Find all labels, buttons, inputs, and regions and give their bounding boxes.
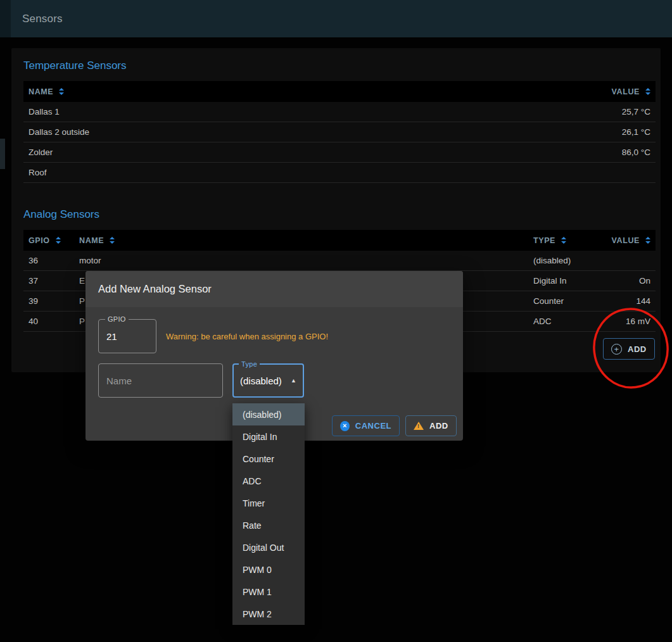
temperature-section-title: Temperature Sensors: [23, 60, 661, 72]
name-field[interactable]: [98, 363, 223, 398]
dropdown-option[interactable]: Counter: [232, 448, 305, 470]
table-row: Zolder 86,0 °C: [23, 142, 656, 163]
column-label: NAME: [79, 236, 104, 245]
gpio-field[interactable]: GPIO: [98, 319, 156, 353]
column-label: VALUE: [612, 87, 640, 96]
page: Sensors Temperature Sensors NAME VALUE D…: [0, 0, 672, 642]
column-label: TYPE: [533, 236, 555, 245]
sort-icon[interactable]: [561, 237, 566, 244]
sensor-type: (disabled): [533, 256, 606, 265]
table-row: Dallas 1 25,7 °C: [23, 102, 656, 122]
sensor-type: Digital In: [533, 276, 606, 286]
type-selected-value: (disabled): [240, 375, 282, 386]
dialog-header: Add New Analog Sensor: [86, 271, 463, 307]
sensor-value: 25,7 °C: [561, 107, 656, 116]
column-label: NAME: [29, 87, 53, 96]
sensor-gpio: 39: [23, 296, 74, 306]
sensor-name: Zolder: [23, 148, 561, 157]
dropdown-option[interactable]: ADC: [232, 470, 305, 492]
column-header-name[interactable]: NAME: [74, 236, 533, 245]
dropdown-option[interactable]: PWM 0: [232, 558, 305, 581]
analog-table-header: GPIO NAME TYPE VALUE: [23, 230, 656, 251]
add-button-label: ADD: [628, 344, 647, 354]
column-label: GPIO: [29, 236, 50, 245]
page-title: Sensors: [22, 0, 63, 37]
sensor-gpio: 40: [23, 317, 74, 326]
cancel-button-label: CANCEL: [355, 421, 391, 431]
table-row: 36 motor (disabled): [23, 251, 656, 271]
sidebar-scroll-indicator: [0, 139, 5, 169]
cancel-button[interactable]: × CANCEL: [332, 415, 400, 436]
sort-icon[interactable]: [110, 237, 115, 244]
sensor-type: ADC: [533, 317, 606, 326]
add-circle-icon: +: [611, 344, 622, 355]
gpio-warning-text: Warning: be careful when assigning a GPI…: [166, 332, 328, 341]
dialog-add-button[interactable]: ADD: [405, 415, 457, 436]
sensor-type: Counter: [533, 296, 606, 306]
column-header-value[interactable]: VALUE: [606, 236, 656, 245]
sidebar-edge: [0, 0, 11, 37]
analog-section-title: Analog Sensors: [23, 208, 661, 221]
sensor-value: On: [606, 276, 656, 286]
add-analog-sensor-button[interactable]: + ADD: [603, 338, 655, 360]
cancel-icon: ×: [340, 421, 350, 431]
dropdown-option[interactable]: Timer: [232, 492, 305, 514]
warning-icon: [414, 422, 424, 430]
sensor-value: 86,0 °C: [561, 148, 656, 157]
sensor-value: 26,1 °C: [561, 127, 656, 137]
dropdown-option[interactable]: PWM 1: [232, 581, 305, 603]
dropdown-option[interactable]: Digital In: [232, 425, 305, 448]
column-header-name[interactable]: NAME: [23, 87, 561, 96]
temperature-table-header: NAME VALUE: [23, 81, 656, 102]
type-select[interactable]: Type (disabled) ▲: [232, 363, 304, 398]
sort-icon[interactable]: [645, 88, 650, 95]
type-field-label: Type: [239, 360, 260, 368]
gpio-field-label: GPIO: [105, 315, 129, 323]
sensor-gpio: 37: [23, 276, 74, 286]
type-dropdown-menu: (disabled) Digital In Counter ADC Timer …: [232, 403, 305, 625]
chevron-up-icon: ▲: [291, 377, 296, 384]
dialog-add-button-label: ADD: [429, 421, 448, 431]
sensor-gpio: 36: [23, 256, 74, 265]
sort-icon[interactable]: [645, 237, 650, 244]
sort-icon[interactable]: [59, 88, 64, 95]
table-row: Roof: [23, 163, 656, 183]
sensor-value: 16 mV: [606, 317, 656, 326]
table-row: Dallas 2 outside 26,1 °C: [23, 122, 656, 142]
name-input[interactable]: [99, 364, 222, 397]
dropdown-option[interactable]: (disabled): [232, 403, 305, 425]
dropdown-option[interactable]: Rate: [232, 514, 305, 536]
sensor-value: 144: [606, 296, 656, 306]
temperature-table: NAME VALUE Dallas 1 25,7 °C Dallas 2 out…: [23, 81, 656, 183]
column-header-gpio[interactable]: GPIO: [23, 236, 74, 245]
dropdown-option[interactable]: Digital Out: [232, 536, 305, 558]
dropdown-option[interactable]: PWM 2: [232, 603, 305, 625]
app-header: Sensors: [0, 0, 672, 37]
sort-icon[interactable]: [56, 237, 61, 244]
column-label: VALUE: [612, 236, 640, 245]
sensor-name: motor: [74, 256, 533, 265]
sensor-name: Dallas 2 outside: [23, 127, 561, 137]
dialog-title: Add New Analog Sensor: [98, 283, 212, 295]
sensor-name: Roof: [23, 168, 561, 177]
gpio-input[interactable]: [99, 320, 156, 353]
column-header-value[interactable]: VALUE: [561, 87, 656, 96]
sensor-name: Dallas 1: [23, 107, 561, 116]
column-header-type[interactable]: TYPE: [533, 236, 606, 245]
